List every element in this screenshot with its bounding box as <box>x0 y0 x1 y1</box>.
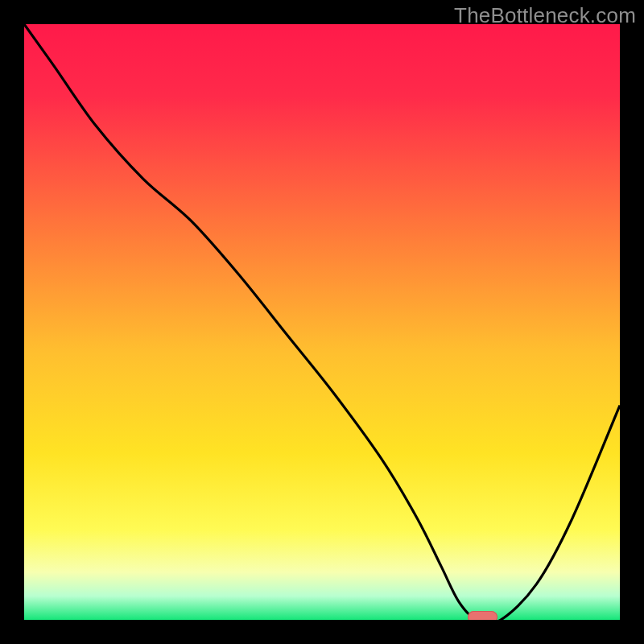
curve-layer <box>24 24 620 620</box>
bottleneck-curve <box>24 24 620 620</box>
chart-frame: TheBottleneck.com <box>0 0 644 644</box>
optimal-marker <box>468 611 497 620</box>
plot-area <box>24 24 620 620</box>
watermark-text: TheBottleneck.com <box>454 3 636 28</box>
